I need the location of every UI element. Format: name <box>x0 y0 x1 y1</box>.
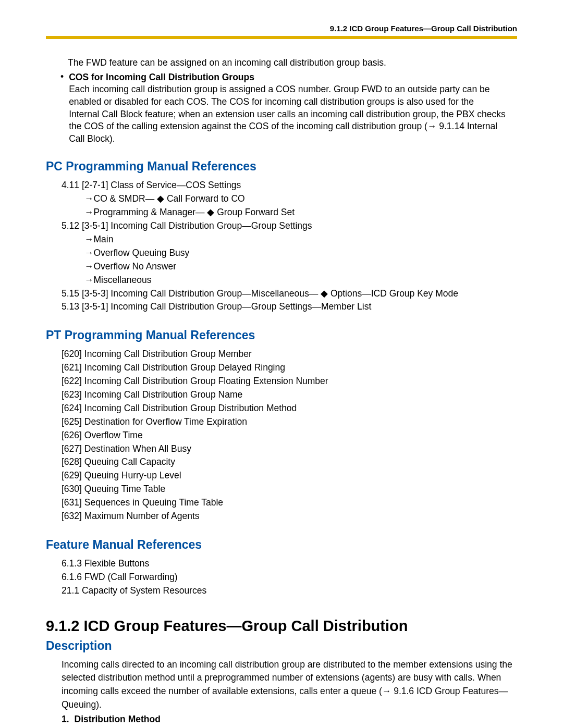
cos-bullet-row: • COS for Incoming Call Distribution Gro… <box>60 71 517 145</box>
pt-ref-line: [621] Incoming Call Distribution Group D… <box>62 361 517 375</box>
feature-ref-line: 6.1.3 Flexible Buttons <box>62 557 517 571</box>
pt-refs-block: [620] Incoming Call Distribution Group M… <box>62 348 517 523</box>
pc-ref-line: →Overflow Queuing Busy <box>84 246 517 260</box>
pt-ref-line: [623] Incoming Call Distribution Group N… <box>62 388 517 402</box>
pt-ref-line: [627] Destination When All Busy <box>62 442 517 456</box>
pc-ref-line: 5.12 [3-5-1] Incoming Call Distribution … <box>62 219 517 233</box>
chapter-heading: 9.1.2 ICD Group Features—Group Call Dist… <box>46 618 517 635</box>
distribution-method-item: 1. Distribution Method <box>62 714 517 725</box>
feature-ref-line: 6.1.6 FWD (Call Forwarding) <box>62 571 517 584</box>
pt-ref-line: [625] Destination for Overflow Time Expi… <box>62 415 517 429</box>
pt-ref-line: [631] Sequences in Queuing Time Table <box>62 496 517 510</box>
feature-refs-block: 6.1.3 Flexible Buttons 6.1.6 FWD (Call F… <box>62 557 517 598</box>
item-text: Distribution Method <box>75 714 161 725</box>
document-page: 9.1.2 ICD Group Features—Group Call Dist… <box>0 0 563 728</box>
pt-ref-line: [622] Incoming Call Distribution Group F… <box>62 375 517 388</box>
pt-ref-line: [629] Queuing Hurry-up Level <box>62 469 517 483</box>
pt-ref-line: [626] Overflow Time <box>62 429 517 442</box>
pc-refs-block: 4.11 [2-7-1] Class of Service—COS Settin… <box>62 179 517 314</box>
pc-ref-line: 5.13 [3-5-1] Incoming Call Distribution … <box>62 300 517 314</box>
intro-line: The FWD feature can be assigned on an in… <box>68 57 513 69</box>
pc-ref-line: →Programming & Manager— ◆ Group Forward … <box>84 206 517 219</box>
pt-ref-line: [620] Incoming Call Distribution Group M… <box>62 348 517 361</box>
pt-ref-line: [632] Maximum Number of Agents <box>62 510 517 523</box>
pt-ref-line: [628] Queuing Call Capacity <box>62 455 517 469</box>
pc-ref-line: →Overflow No Answer <box>84 260 517 274</box>
feature-refs-heading: Feature Manual References <box>46 538 517 552</box>
cos-bullet-text: COS for Incoming Call Distribution Group… <box>69 71 507 145</box>
pc-ref-line: →CO & SMDR— ◆ Call Forward to CO <box>84 192 517 206</box>
header-rule <box>46 36 517 39</box>
pt-ref-line: [624] Incoming Call Distribution Group D… <box>62 402 517 415</box>
description-heading: Description <box>46 639 517 653</box>
pt-ref-line: [630] Queuing Time Table <box>62 483 517 496</box>
pc-ref-line: 4.11 [2-7-1] Class of Service—COS Settin… <box>62 179 517 192</box>
pc-ref-line: 5.15 [3-5-3] Incoming Call Distribution … <box>62 287 517 301</box>
description-body: Incoming calls directed to an incoming c… <box>62 658 517 712</box>
item-number: 1. <box>62 714 69 725</box>
page-header: 9.1.2 ICD Group Features—Group Call Dist… <box>46 24 517 33</box>
bullet-marker: • <box>60 71 64 145</box>
pc-ref-line: →Main <box>84 233 517 246</box>
pc-ref-line: →Miscellaneous <box>84 274 517 287</box>
cos-bullet-body: Each incoming call distribution group is… <box>69 84 506 144</box>
cos-bullet-title: COS for Incoming Call Distribution Group… <box>69 72 254 82</box>
pc-refs-heading: PC Programming Manual References <box>46 159 517 174</box>
pt-refs-heading: PT Programming Manual References <box>46 328 517 342</box>
feature-ref-line: 21.1 Capacity of System Resources <box>62 584 517 598</box>
